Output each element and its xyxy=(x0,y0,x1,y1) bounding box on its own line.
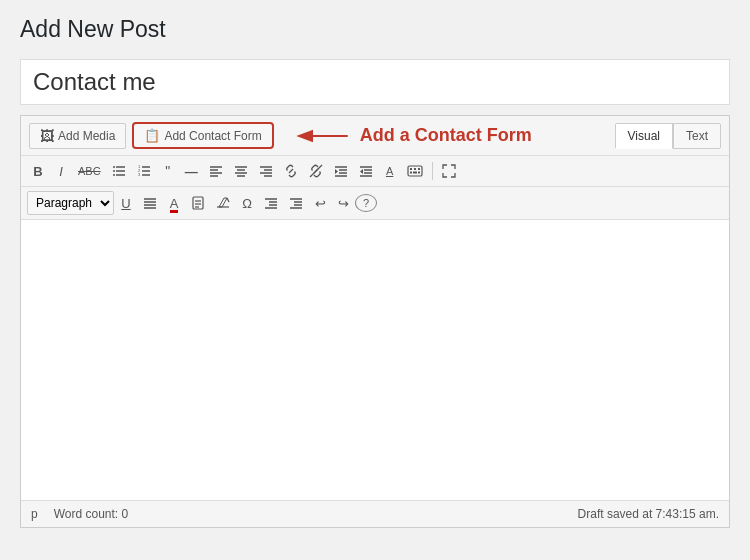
decrease-indent-button[interactable] xyxy=(259,193,283,213)
word-count-value: 0 xyxy=(122,507,129,521)
editor-path: p xyxy=(31,507,38,521)
clear-formatting-button[interactable] xyxy=(211,193,235,213)
italic-button[interactable]: I xyxy=(50,161,72,182)
svg-point-6 xyxy=(113,170,115,172)
text-color-button[interactable]: A xyxy=(163,193,185,214)
insert-link-button[interactable] xyxy=(279,161,303,181)
bold-button[interactable]: B xyxy=(27,161,49,182)
add-media-label: Add Media xyxy=(58,129,115,143)
svg-rect-41 xyxy=(410,172,412,174)
word-count-label: Word count: 0 xyxy=(54,507,129,521)
formatting-row-2: Paragraph Heading 1 Heading 2 Heading 3 … xyxy=(21,187,729,220)
increase-indent-button[interactable] xyxy=(284,193,308,213)
outdent-button[interactable] xyxy=(354,161,378,181)
footer-left: p Word count: 0 xyxy=(31,507,128,521)
unlink-button[interactable] xyxy=(304,161,328,181)
toolbar-left: 🖼 Add Media 📋 Add Contact Form xyxy=(29,122,532,149)
arrow-icon xyxy=(292,124,352,148)
svg-rect-42 xyxy=(413,172,417,174)
add-media-icon: 🖼 xyxy=(40,128,54,144)
arrow-label-group: Add a Contact Form xyxy=(292,124,532,148)
svg-rect-40 xyxy=(418,168,420,170)
help-button[interactable]: ? xyxy=(355,194,377,212)
align-center-button[interactable] xyxy=(229,161,253,181)
underline-button[interactable]: U xyxy=(115,193,137,214)
formatting-row-1: B I ABC 123 " — xyxy=(21,156,729,187)
fullscreen-button[interactable] xyxy=(437,161,461,181)
editor-container: 🖼 Add Media 📋 Add Contact Form xyxy=(20,115,730,528)
svg-text:3: 3 xyxy=(138,172,141,177)
keyboard-shortcuts-button[interactable] xyxy=(402,161,428,181)
toolbar-separator-1 xyxy=(432,162,433,180)
visual-text-tabs: Visual Text xyxy=(615,123,721,149)
post-title-input[interactable] xyxy=(20,59,730,105)
contact-form-icon: 📋 xyxy=(144,128,160,143)
svg-rect-43 xyxy=(418,172,420,174)
svg-rect-39 xyxy=(414,168,416,170)
svg-point-7 xyxy=(113,174,115,176)
align-left-button[interactable] xyxy=(204,161,228,181)
editor-footer: p Word count: 0 Draft saved at 7:43:15 a… xyxy=(21,500,729,527)
add-media-button[interactable]: 🖼 Add Media xyxy=(29,123,126,149)
svg-line-53 xyxy=(227,198,229,202)
special-chars-button[interactable]: Ω xyxy=(236,193,258,214)
unordered-list-button[interactable] xyxy=(107,161,131,181)
svg-marker-36 xyxy=(360,169,363,174)
paragraph-format-select[interactable]: Paragraph Heading 1 Heading 2 Heading 3 xyxy=(27,191,114,215)
undo-button[interactable]: ↩ xyxy=(309,193,331,214)
indent-button[interactable] xyxy=(329,161,353,181)
strikethrough-button[interactable]: ABC xyxy=(73,162,106,180)
paste-from-word-button[interactable] xyxy=(186,193,210,213)
ordered-list-button[interactable]: 123 xyxy=(132,161,156,181)
arrow-text-label: Add a Contact Form xyxy=(360,125,532,146)
hr-button[interactable]: — xyxy=(180,161,203,182)
page-title: Add New Post xyxy=(20,16,730,43)
redo-button[interactable]: ↪ xyxy=(332,193,354,214)
add-contact-form-label: Add Contact Form xyxy=(164,129,261,143)
draft-status: Draft saved at 7:43:15 am. xyxy=(578,507,719,521)
blockquote-button[interactable]: " xyxy=(157,160,179,182)
svg-marker-31 xyxy=(335,169,338,174)
paste-as-text-button[interactable]: A xyxy=(379,162,401,180)
editor-content-area[interactable] xyxy=(21,220,729,500)
svg-rect-38 xyxy=(410,168,412,170)
add-contact-form-button[interactable]: 📋 Add Contact Form xyxy=(132,122,273,149)
justify-button[interactable] xyxy=(138,193,162,213)
tab-visual[interactable]: Visual xyxy=(615,123,673,149)
svg-rect-37 xyxy=(408,166,422,176)
editor-toolbar-top: 🖼 Add Media 📋 Add Contact Form xyxy=(21,116,729,156)
svg-line-26 xyxy=(310,165,322,177)
tab-text[interactable]: Text xyxy=(673,123,721,149)
align-right-button[interactable] xyxy=(254,161,278,181)
svg-point-5 xyxy=(113,166,115,168)
